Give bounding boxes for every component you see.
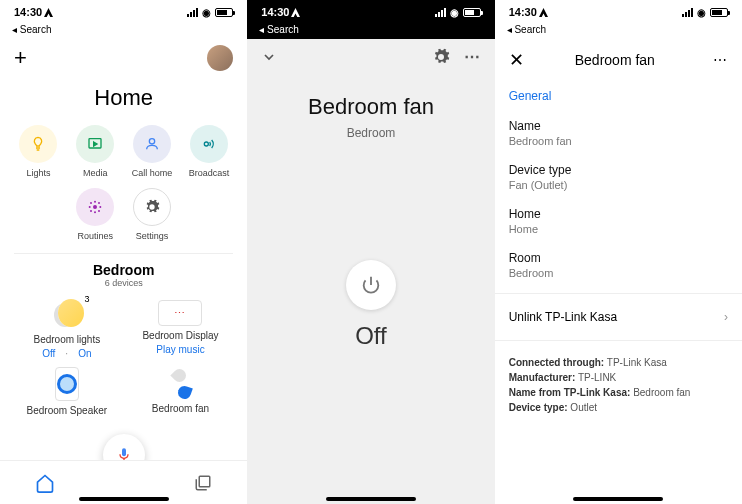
svg-point-3 [93,205,97,209]
svg-point-5 [94,211,96,213]
room-title: Bedroom [0,262,247,278]
status-time: 14:30 [14,6,42,18]
signal-icon [435,8,446,17]
broadcast-icon [190,125,228,163]
media-icon [76,125,114,163]
lights-off-button[interactable]: Off [42,348,55,359]
back-to-search[interactable]: ◂ Search [0,24,247,39]
divider [14,253,233,254]
nav-home-icon[interactable] [35,473,55,493]
svg-point-10 [98,202,100,204]
signal-icon [682,8,693,17]
svg-point-4 [94,201,96,203]
device-grid: 3 Bedroom lights Off·On ⋯ Bedroom Displa… [0,296,247,427]
settings-icon [133,188,171,226]
device-settings-screen: 14:30 ◉ ◂ Search ✕ Bedroom fan ⋯ General… [495,0,742,504]
wifi-icon: ◉ [450,7,459,18]
status-time: 14:30 [509,6,537,18]
divider [495,293,742,294]
avatar[interactable] [207,45,233,71]
device-bedroom-lights[interactable]: 3 Bedroom lights Off·On [10,296,124,359]
action-broadcast[interactable]: Broadcast [180,125,237,178]
action-call-home[interactable]: Call home [124,125,181,178]
gear-icon[interactable] [432,48,450,66]
fan-icon [165,369,195,399]
status-bar: 14:30 ◉ [0,0,247,24]
home-indicator[interactable] [79,497,169,501]
divider [495,340,742,341]
room-subtitle: 6 devices [0,278,247,288]
back-to-search[interactable]: ◂ Search [247,24,494,39]
close-button[interactable]: ✕ [509,49,529,71]
svg-point-11 [90,210,92,212]
device-room: Bedroom [247,126,494,140]
call-home-icon [133,125,171,163]
wifi-icon: ◉ [697,7,706,18]
page-title: Bedroom fan [529,52,713,68]
svg-point-6 [89,206,91,208]
battery-icon [215,8,233,17]
back-button[interactable] [261,49,277,65]
device-bedroom-display[interactable]: ⋯ Bedroom Display Play music [124,296,238,359]
device-bedroom-fan[interactable]: Bedroom fan [124,367,238,419]
svg-point-2 [204,142,208,146]
device-title: Bedroom fan [247,94,494,120]
routines-icon [76,188,114,226]
add-button[interactable]: + [14,45,27,71]
action-settings[interactable]: Settings [124,188,181,241]
action-media[interactable]: Media [67,125,124,178]
device-control-screen: 14:30 ◉ ◂ Search ⋯ Bedroom fan Bedroom O… [247,0,494,504]
display-icon: ⋯ [158,300,202,326]
wifi-icon: ◉ [202,7,211,18]
svg-point-1 [149,139,154,144]
device-count-badge: 3 [85,294,90,304]
page-title: Home [0,85,247,111]
unlink-row[interactable]: Unlink TP-Link Kasa › [495,300,742,334]
action-lights[interactable]: Lights [10,125,67,178]
chevron-right-icon: › [724,310,728,324]
play-music-button[interactable]: Play music [156,344,204,355]
more-icon[interactable]: ⋯ [464,47,481,66]
field-device-type[interactable]: Device typeFan (Outlet) [495,155,742,199]
lights-on-button[interactable]: On [78,348,91,359]
field-room[interactable]: RoomBedroom [495,243,742,287]
quick-actions: LightsMediaCall homeBroadcastRoutinesSet… [0,125,247,251]
lightbulb-icon [58,299,84,327]
tab-general[interactable]: General [495,81,742,111]
battery-icon [463,8,481,17]
home-indicator[interactable] [573,497,663,501]
field-name[interactable]: NameBedroom fan [495,111,742,155]
svg-point-8 [90,202,92,204]
device-state: Off [247,322,494,350]
svg-rect-12 [200,476,211,487]
svg-point-7 [100,206,102,208]
home-indicator[interactable] [326,497,416,501]
status-bar: 14:30 ◉ [495,0,742,24]
back-to-search[interactable]: ◂ Search [495,24,742,39]
action-routines[interactable]: Routines [67,188,124,241]
more-icon[interactable]: ⋯ [713,52,728,68]
status-time: 14:30 [261,6,289,18]
signal-icon [187,8,198,17]
field-home[interactable]: HomeHome [495,199,742,243]
device-bedroom-speaker[interactable]: Bedroom Speaker [10,367,124,419]
battery-icon [710,8,728,17]
home-screen: 14:30 ◉ ◂ Search + Home LightsMediaCall … [0,0,247,504]
power-button[interactable] [346,260,396,310]
nav-collections-icon[interactable] [194,474,212,492]
speaker-icon [55,367,79,401]
device-metadata: Connected through: TP-Link KasaManufactu… [495,347,742,423]
status-bar: 14:30 ◉ [247,0,494,24]
svg-point-9 [98,210,100,212]
lights-icon [19,125,57,163]
